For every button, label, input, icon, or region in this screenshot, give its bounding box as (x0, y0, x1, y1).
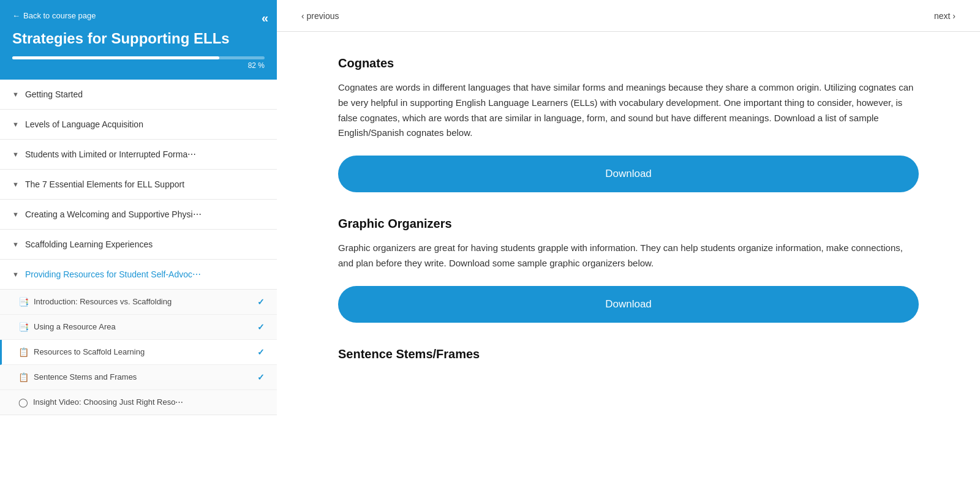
sentence-stems-section: Sentence Stems/Frames (338, 347, 919, 361)
sub-item-resource-area[interactable]: 📑 Using a Resource Area ✓ (0, 315, 277, 340)
progress-track (12, 56, 265, 59)
cognates-section: Cognates Cognates are words in different… (338, 56, 919, 192)
edit-document-icon: 📋 (18, 372, 29, 382)
sidebar-item-getting-started[interactable]: ▼ Getting Started (0, 80, 277, 110)
back-to-course-link[interactable]: ← Back to course page (12, 11, 265, 20)
document-icon: 📑 (18, 297, 29, 307)
document-icon: 📑 (18, 322, 29, 332)
sub-item-sentence-stems[interactable]: 📋 Sentence Stems and Frames ✓ (0, 365, 277, 390)
sentence-stems-title: Sentence Stems/Frames (338, 347, 919, 361)
sidebar-item-label: Levels of Language Acquisition (25, 119, 143, 129)
graphic-organizers-body: Graphic organizers are great for having … (338, 241, 919, 271)
sub-item-label: Introduction: Resources vs. Scaffolding (34, 297, 172, 306)
sub-item-label: Using a Resource Area (34, 322, 116, 331)
course-title: Strategies for Supporting ELLs (12, 30, 265, 48)
sidebar-item-students-limited[interactable]: ▼ Students with Limited or Interrupted F… (0, 140, 277, 170)
check-icon: ✓ (257, 297, 265, 307)
sub-item-label: Resources to Scaffold Learning (34, 347, 145, 356)
sidebar: ← Back to course page Strategies for Sup… (0, 0, 277, 496)
sidebar-item-7-essential[interactable]: ▼ The 7 Essential Elements for ELL Suppo… (0, 170, 277, 200)
circle-icon: ◯ (18, 397, 28, 407)
edit-document-icon: 📋 (18, 347, 29, 357)
back-label: Back to course page (23, 11, 96, 20)
cognates-title: Cognates (338, 56, 919, 70)
collapse-sidebar-button[interactable]: « (262, 11, 268, 25)
main-content: ‹ previous next › Cognates Cognates are … (277, 0, 980, 496)
sub-item-scaffold-learning[interactable]: 📋 Resources to Scaffold Learning ✓ (0, 340, 277, 365)
sidebar-item-providing-resources[interactable]: ▼ Providing Resources for Student Self-A… (0, 260, 277, 290)
next-link[interactable]: next › (934, 11, 956, 21)
back-arrow-icon: ← (12, 11, 20, 20)
sidebar-header: ← Back to course page Strategies for Sup… (0, 0, 277, 80)
chevron-icon: ▼ (12, 271, 19, 278)
check-icon: ✓ (257, 322, 265, 332)
check-icon: ✓ (257, 372, 265, 382)
progress-fill (12, 56, 219, 59)
cognates-body: Cognates are words in different language… (338, 80, 919, 141)
chevron-icon: ▼ (12, 121, 19, 128)
progress-bar: 82 % (12, 56, 265, 70)
chevron-icon: ▼ (12, 91, 19, 98)
sidebar-item-label: Getting Started (25, 89, 83, 99)
graphic-organizers-title: Graphic Organizers (338, 217, 919, 231)
graphic-organizers-section: Graphic Organizers Graphic organizers ar… (338, 217, 919, 323)
sidebar-item-label: The 7 Essential Elements for ELL Support (25, 179, 184, 189)
sidebar-item-welcoming[interactable]: ▼ Creating a Welcoming and Supportive Ph… (0, 200, 277, 230)
graphic-organizers-download-button[interactable]: Download (338, 286, 919, 323)
progress-percent: 82 % (12, 61, 265, 70)
sub-items-list: 📑 Introduction: Resources vs. Scaffoldin… (0, 290, 277, 415)
chevron-icon: ▼ (12, 211, 19, 218)
content-area: Cognates Cognates are words in different… (277, 32, 980, 496)
sidebar-navigation: ▼ Getting Started ▼ Levels of Language A… (0, 80, 277, 496)
chevron-icon: ▼ (12, 181, 19, 188)
sub-item-label: Sentence Stems and Frames (34, 372, 137, 381)
cognates-download-button[interactable]: Download (338, 156, 919, 192)
sub-item-insight-video[interactable]: ◯ Insight Video: Choosing Just Right Res… (0, 390, 277, 415)
sidebar-item-label: Providing Resources for Student Self-Adv… (25, 269, 201, 279)
sidebar-item-levels[interactable]: ▼ Levels of Language Acquisition (0, 110, 277, 140)
chevron-icon: ▼ (12, 151, 19, 158)
sidebar-item-label: Creating a Welcoming and Supportive Phys… (25, 209, 202, 219)
sidebar-item-label: Students with Limited or Interrupted For… (25, 149, 196, 159)
top-navigation: ‹ previous next › (277, 0, 980, 32)
sidebar-item-scaffolding[interactable]: ▼ Scaffolding Learning Experiences (0, 230, 277, 260)
sidebar-item-label: Scaffolding Learning Experiences (25, 239, 153, 249)
previous-link[interactable]: ‹ previous (301, 11, 339, 21)
check-icon: ✓ (257, 347, 265, 357)
sub-item-label: Insight Video: Choosing Just Right Reso⋯ (33, 397, 183, 407)
chevron-icon: ▼ (12, 241, 19, 248)
sub-item-intro[interactable]: 📑 Introduction: Resources vs. Scaffoldin… (0, 290, 277, 315)
